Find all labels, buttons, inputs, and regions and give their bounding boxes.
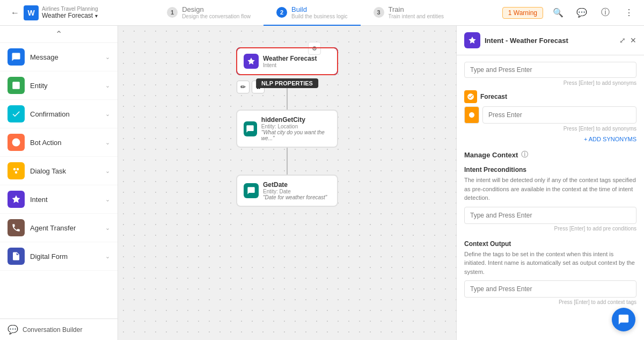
svg-rect-0: [12, 82, 20, 89]
svg-marker-7: [469, 37, 475, 44]
message-icon: [8, 48, 25, 66]
right-panel-body: Press [Enter] to add synonyms Forecast P…: [457, 55, 644, 308]
forecast-icon: [464, 90, 477, 103]
context-output-hint: Press [Enter] to add context tags: [464, 299, 636, 305]
sidebar-item-agent-transfer-label: Agent Transfer: [30, 224, 76, 232]
conversation-builder-icon: 💬: [8, 324, 18, 335]
sidebar-item-agent-transfer[interactable]: Agent Transfer ⌄: [0, 214, 118, 242]
sidebar-item-dialog-task[interactable]: Dialog Task ⌄: [0, 157, 118, 185]
dialog-task-icon: [8, 162, 25, 179]
sidebar-item-confirmation[interactable]: Confirmation ⌄: [0, 100, 118, 128]
context-output-desc: Define the tags to be set in the context…: [464, 250, 636, 277]
chevron-down-icon: ⌄: [105, 225, 110, 232]
sidebar-collapse-button[interactable]: ⌃: [0, 26, 118, 43]
node-settings-button[interactable]: ⚙: [308, 42, 321, 55]
svg-marker-5: [12, 196, 20, 203]
intent-preconditions-section: Intent Preconditions The intent will be …: [464, 166, 636, 232]
node-edit-button[interactable]: ✏: [237, 81, 250, 93]
step-design-sub: Design the conversation flow: [182, 13, 251, 19]
synonyms-top-input-row: [464, 62, 636, 78]
warning-badge[interactable]: 1 Warning: [502, 7, 543, 19]
entity-node-icon-city: [244, 121, 257, 136]
sidebar-item-digital-form-label: Digital Form: [30, 252, 68, 261]
app-parent-title: Airlines Travel Planning: [42, 6, 98, 12]
node-weather-forecast-sub: Intent: [263, 62, 317, 68]
sidebar-item-bot-action[interactable]: Bot Action ⌄: [0, 128, 118, 157]
svg-point-3: [17, 168, 19, 171]
context-output-title: Context Output: [464, 240, 636, 248]
synonyms-top-input[interactable]: [464, 62, 636, 78]
chat-button[interactable]: 💬: [573, 4, 590, 21]
forecast-icon-btn[interactable]: [464, 106, 479, 124]
conversation-builder-label: Conversation Builder: [23, 326, 82, 334]
step-build-label: Build: [291, 5, 348, 13]
chevron-down-icon: ⌄: [105, 54, 110, 61]
chevron-down-icon: ⌄: [105, 253, 110, 260]
sidebar: ⌃ Message ⌄ Entity ⌄: [0, 26, 118, 340]
preconditions-hint: Press [Enter] to add pre conditions: [464, 226, 636, 232]
sidebar-item-message[interactable]: Message ⌄: [0, 43, 118, 71]
canvas[interactable]: ⚙ Weather Forecast Intent NLP PROPERTIES…: [118, 26, 456, 340]
svg-marker-6: [247, 57, 254, 64]
step-train-num: 3: [374, 7, 384, 18]
entity-node-icon-date: [244, 183, 259, 198]
top-nav: ← W Airlines Travel Planning Weather For…: [0, 0, 644, 26]
intent-node-icon: [244, 54, 259, 69]
right-panel: Intent - Weather Forecast ⤢ ✕ Press [Ent…: [456, 26, 644, 340]
step-design-num: 1: [167, 7, 178, 18]
flow-node-get-date[interactable]: GetDate Entity: Date "Date for weather f…: [236, 175, 338, 207]
intent-preconditions-desc: The intent will be detected only if any …: [464, 176, 636, 202]
help-button[interactable]: ⓘ: [597, 4, 614, 21]
conversation-builder-footer[interactable]: 💬 Conversation Builder: [0, 319, 118, 340]
node-hidden-get-city-title: hiddenGetCity: [261, 116, 331, 124]
entity-icon: [8, 77, 25, 94]
more-menu-button[interactable]: ⋮: [620, 4, 638, 21]
search-button[interactable]: 🔍: [550, 4, 567, 21]
add-synonyms-button[interactable]: + ADD SYNONYMS: [464, 136, 636, 142]
node-get-date-title: GetDate: [263, 181, 327, 189]
sidebar-item-dialog-task-label: Dialog Task: [30, 167, 66, 175]
app-title: Weather Forecast ▾: [42, 12, 98, 19]
confirmation-icon: [8, 105, 25, 122]
sidebar-item-message-label: Message: [30, 53, 58, 61]
sidebar-item-entity[interactable]: Entity ⌄: [0, 71, 118, 100]
forecast-input[interactable]: [482, 106, 636, 124]
flow-node-hidden-get-city[interactable]: hiddenGetCity Entity: Location "What cit…: [236, 110, 338, 148]
flow-node-weather-forecast[interactable]: ⚙ Weather Forecast Intent NLP PROPERTIES…: [236, 47, 338, 75]
connector-2: [287, 148, 288, 175]
nav-actions: 1 Warning 🔍 💬 ⓘ ⋮: [502, 4, 638, 21]
chevron-down-icon: ⌄: [105, 82, 110, 89]
synonyms-top-hint: Press [Enter] to add synonyms: [464, 80, 636, 86]
expand-panel-button[interactable]: ⤢: [619, 36, 626, 45]
agent-transfer-icon: [8, 219, 25, 236]
step-design-label: Design: [182, 5, 251, 13]
app-info: Airlines Travel Planning Weather Forecas…: [42, 6, 98, 19]
node-weather-forecast-title: Weather Forecast: [263, 55, 317, 62]
sidebar-item-bot-action-label: Bot Action: [30, 139, 62, 147]
preconditions-input[interactable]: [464, 207, 636, 224]
step-build-sub: Build the business logic: [291, 13, 348, 19]
manage-context-title: Manage Context ⓘ: [464, 150, 636, 160]
step-build-num: 2: [276, 7, 287, 18]
flow-container: ⚙ Weather Forecast Intent NLP PROPERTIES…: [236, 47, 338, 207]
node-get-date-sub: Entity: Date: [263, 189, 327, 194]
sidebar-item-confirmation-label: Confirmation: [30, 110, 70, 118]
step-build[interactable]: 2 Build Build the business logic: [264, 0, 361, 26]
node-hidden-get-city-quote: "What city do you want the we...": [261, 129, 331, 141]
chat-fab-button[interactable]: [612, 308, 635, 331]
forecast-section: Forecast Press [Enter] to add synonyms: [464, 90, 636, 132]
back-button[interactable]: ←: [6, 4, 24, 21]
sidebar-items: Message ⌄ Entity ⌄ Confirmat: [0, 43, 118, 319]
close-panel-button[interactable]: ✕: [630, 36, 636, 45]
chevron-down-icon[interactable]: ▾: [95, 13, 98, 19]
sidebar-item-digital-form[interactable]: Digital Form ⌄: [0, 242, 118, 271]
context-output-input[interactable]: [464, 280, 636, 298]
sidebar-item-intent[interactable]: Intent ⌄: [0, 185, 118, 214]
step-design[interactable]: 1 Design Design the conversation flow: [154, 0, 264, 26]
chevron-down-icon: ⌄: [105, 111, 110, 118]
step-train[interactable]: 3 Train Train intent and entities: [361, 0, 457, 26]
digital-form-icon: [8, 248, 25, 265]
info-icon[interactable]: ⓘ: [521, 150, 528, 160]
chevron-down-icon: ⌄: [105, 168, 110, 175]
main-layout: ⌃ Message ⌄ Entity ⌄: [0, 26, 644, 340]
